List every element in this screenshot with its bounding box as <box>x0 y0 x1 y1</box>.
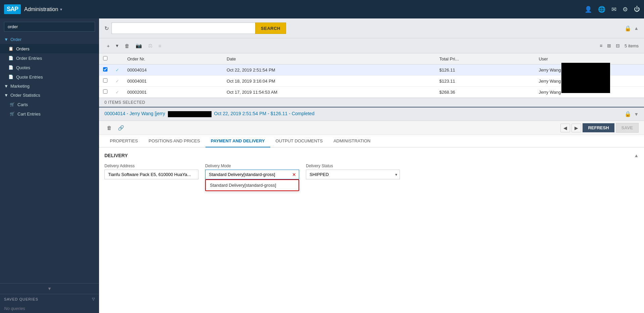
collapse-icon[interactable]: ▲ <box>634 26 639 31</box>
total-price-header[interactable]: Total Pri... <box>435 53 535 64</box>
row-checkbox-cell-2[interactable] <box>99 76 111 87</box>
select-all-checkbox[interactable] <box>103 56 107 60</box>
delivery-mode-clear-button[interactable]: ✕ <box>289 171 299 179</box>
tab-administration[interactable]: ADMINISTRATION <box>328 135 376 147</box>
refresh-button[interactable]: REFRESH <box>583 123 614 132</box>
total-3[interactable]: $268.36 <box>435 87 535 98</box>
order-nr-2[interactable]: 00004001 <box>123 76 223 87</box>
sidebar-item-order-entries[interactable]: 📄 Order Entries <box>0 53 99 63</box>
date-header[interactable]: Date <box>223 53 435 64</box>
row-checkbox-1[interactable] <box>103 67 107 72</box>
sidebar-item-orders[interactable]: 📋 Orders <box>0 44 99 53</box>
row-checkbox-cell-1[interactable] <box>99 64 111 76</box>
sidebar-item-order-entries-label: Order Entries <box>16 56 42 61</box>
tab-payment-and-delivery[interactable]: PAYMENT AND DELIVERY <box>205 135 270 147</box>
row-checkbox-3[interactable] <box>103 89 107 94</box>
user-1[interactable]: Jerry Wang <box>535 64 644 76</box>
globe-icon[interactable]: 🌐 <box>598 6 605 13</box>
app-title: Administration ▾ <box>24 6 62 12</box>
saved-queries-label: SAVED QUERIES <box>4 297 38 301</box>
delivery-status-label: Delivery Status <box>306 164 400 168</box>
detail-collapse-icon[interactable]: ▼ <box>634 111 639 117</box>
sidebar-item-cart-entries-label: Cart Entries <box>17 111 41 117</box>
export-button[interactable]: 📷 <box>133 41 144 50</box>
list-button[interactable]: ≡ <box>156 41 164 50</box>
delivery-address-input[interactable] <box>104 170 198 179</box>
delivery-status-select[interactable]: SHIPPED PENDING DELIVERED <box>306 170 400 179</box>
tab-properties[interactable]: PROPERTIES <box>104 135 143 147</box>
sidebar-item-quotes[interactable]: 📄 Quotes <box>0 63 99 72</box>
prev-record-button[interactable]: ◀ <box>560 124 570 132</box>
detail-header-right: 🔒 ▼ <box>625 111 639 117</box>
delivery-status-group: Delivery Status SHIPPED PENDING DELIVERE… <box>306 164 400 179</box>
row-check-3: ✓ <box>111 87 123 98</box>
sidebar-section-order-statistics[interactable]: ▼ Order Statistics <box>0 91 99 100</box>
settings-icon[interactable]: ⚙ <box>623 6 628 13</box>
order-nr-header[interactable]: Order Nr. <box>123 53 223 64</box>
select-all-header[interactable] <box>99 53 111 64</box>
saved-queries-empty: No queries <box>0 304 99 313</box>
total-1[interactable]: $126.11 <box>435 64 535 76</box>
detail-title-text: 00004014 - Jerry Wang [jerry Oct 22, 201… <box>104 111 314 116</box>
sidebar: ▼ Order 📋 Orders 📄 Order Entries 📄 Quote… <box>0 18 99 313</box>
sap-logo: SAP <box>4 4 21 14</box>
row-check-2: ✓ <box>111 76 123 87</box>
power-icon[interactable]: ⏻ <box>634 6 640 13</box>
delete-button[interactable]: 🗑 <box>122 41 132 50</box>
detail-toolbar: 🗑 🔗 ◀ ▶ REFRESH SAVE <box>99 121 644 135</box>
compare-button[interactable]: ⚖ <box>146 41 155 50</box>
sidebar-item-quote-entries[interactable]: 📄 Quote Entries <box>0 72 99 82</box>
sidebar-item-carts-label: Carts <box>17 102 28 107</box>
main-layout: ▼ Order 📋 Orders 📄 Order Entries 📄 Quote… <box>0 18 644 313</box>
next-record-button[interactable]: ▶ <box>571 124 581 132</box>
toolbar: + ▾ 🗑 📷 ⚖ ≡ ≡ ⊞ ⊟ 5 items <box>99 38 644 53</box>
date-1[interactable]: Oct 22, 2019 2:51:54 PM <box>223 64 435 76</box>
app-title-dropdown-icon[interactable]: ▾ <box>60 7 62 12</box>
filter-icon[interactable]: ▽ <box>92 297 95 301</box>
search-refresh-icon[interactable]: ↻ <box>104 25 109 32</box>
delivery-mode-dropdown[interactable]: Standard Delivery[standard-gross] <box>205 179 299 191</box>
lock-icon[interactable]: 🔒 <box>625 25 631 32</box>
delivery-mode-input-wrapper: ✕ <box>205 170 299 179</box>
status-bar: 0 ITEMS SELECTED <box>99 98 644 107</box>
search-button[interactable]: SEARCH <box>255 23 286 34</box>
order-expand-icon: ▼ <box>4 37 8 42</box>
grid-view-button[interactable]: ⊞ <box>605 42 613 50</box>
sidebar-section-order[interactable]: ▼ Order <box>0 35 99 44</box>
save-button[interactable]: SAVE <box>616 123 639 133</box>
detail-tabs: PROPERTIES POSITIONS AND PRICES PAYMENT … <box>99 135 644 147</box>
delivery-mode-input[interactable] <box>205 170 289 179</box>
detail-lock-icon[interactable]: 🔒 <box>625 111 631 117</box>
tile-view-button[interactable]: ⊟ <box>614 42 622 50</box>
person-icon[interactable]: 👤 <box>585 6 592 13</box>
add-button[interactable]: + <box>104 41 112 50</box>
date-2[interactable]: Oct 18, 2019 3:16:04 PM <box>223 76 435 87</box>
detail-link-button[interactable]: 🔗 <box>116 123 127 133</box>
order-nr-1[interactable]: 00004014 <box>123 64 223 76</box>
row-checkbox-2[interactable] <box>103 78 107 83</box>
sidebar-section-marketing[interactable]: ▼ Marketing <box>0 82 99 91</box>
section-collapse-icon[interactable]: ▲ <box>634 153 639 158</box>
tab-positions-and-prices[interactable]: POSITIONS AND PRICES <box>143 135 205 147</box>
mail-icon[interactable]: ✉ <box>611 6 616 13</box>
add-arrow-button[interactable]: ▾ <box>113 41 121 50</box>
sidebar-collapse-arrow[interactable]: ▼ <box>0 283 99 294</box>
search-input[interactable] <box>111 23 255 34</box>
sidebar-item-cart-entries[interactable]: 🛒 Cart Entries <box>0 109 99 119</box>
sidebar-item-quote-entries-label: Quote Entries <box>16 75 43 80</box>
sidebar-search-input[interactable] <box>4 22 95 32</box>
table-row[interactable]: ✓ 00004014 Oct 22, 2019 2:51:54 PM $126.… <box>99 64 644 76</box>
date-3[interactable]: Oct 17, 2019 11:54:53 AM <box>223 87 435 98</box>
dropdown-item-standard-delivery[interactable]: Standard Delivery[standard-gross] <box>206 180 298 190</box>
detail-delete-button[interactable]: 🗑 <box>104 123 114 132</box>
quote-entries-icon: 📄 <box>8 74 13 80</box>
row-checkbox-cell-3[interactable] <box>99 87 111 98</box>
list-view-button[interactable]: ≡ <box>598 42 604 50</box>
sidebar-item-carts[interactable]: 🛒 Carts <box>0 100 99 109</box>
order-nr-3[interactable]: 00002001 <box>123 87 223 98</box>
search-input-wrapper: SEARCH <box>111 23 286 34</box>
total-2[interactable]: $123.11 <box>435 76 535 87</box>
detail-redacted <box>168 111 212 117</box>
tab-output-documents[interactable]: OUTPUT DOCUMENTS <box>270 135 328 147</box>
detail-title-suffix: Oct 22, 2019 2:51:54 PM - $126.11 - Comp… <box>214 111 315 116</box>
